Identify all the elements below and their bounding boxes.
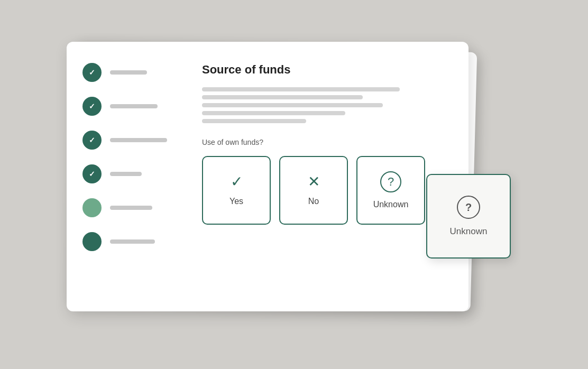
desc-line-5 xyxy=(202,119,306,123)
step-circle-3: ✓ xyxy=(82,131,102,150)
step-circle-4: ✓ xyxy=(82,164,102,183)
step-item-4: ✓ xyxy=(82,164,167,183)
step-check-icon-4: ✓ xyxy=(89,170,95,178)
step-label-3 xyxy=(110,138,167,142)
step-circle-6 xyxy=(82,232,102,251)
step-label-2 xyxy=(110,104,158,108)
step-label-5 xyxy=(110,206,152,210)
sidebar: ✓ ✓ ✓ ✓ xyxy=(67,42,183,311)
scene: ✓ ✓ ✓ ✓ xyxy=(67,36,521,333)
step-circle-1: ✓ xyxy=(82,63,102,82)
step-check-icon-3: ✓ xyxy=(89,136,95,144)
step-check-icon-1: ✓ xyxy=(89,68,95,77)
step-circle-2: ✓ xyxy=(82,97,102,116)
desc-line-4 xyxy=(202,111,345,115)
step-item-1: ✓ xyxy=(82,63,167,82)
content-area: Source of funds Use of own funds? ✓ Yes … xyxy=(183,42,468,311)
step-circle-5 xyxy=(82,198,102,217)
no-icon: ✕ xyxy=(308,174,320,189)
step-label-6 xyxy=(110,239,155,244)
desc-line-3 xyxy=(202,103,383,107)
card-main: ✓ ✓ ✓ ✓ xyxy=(67,42,468,311)
desc-line-1 xyxy=(202,87,400,91)
option-yes-button[interactable]: ✓ Yes xyxy=(202,156,271,225)
options-row: ✓ Yes ✕ No ? Unknown xyxy=(202,156,449,225)
step-item-2: ✓ xyxy=(82,97,167,116)
step-item-3: ✓ xyxy=(82,131,167,150)
question-label: Use of own funds? xyxy=(202,138,449,146)
option-no-button[interactable]: ✕ No xyxy=(279,156,348,225)
no-label: No xyxy=(308,197,319,206)
unknown-floating-card[interactable]: ? Unknown xyxy=(426,174,511,259)
description-lines xyxy=(202,87,449,123)
step-item-5 xyxy=(82,198,167,217)
desc-line-2 xyxy=(202,95,363,99)
step-label-1 xyxy=(110,70,147,75)
yes-icon: ✓ xyxy=(231,174,243,189)
step-item-6 xyxy=(82,232,167,251)
yes-label: Yes xyxy=(229,197,243,206)
step-label-4 xyxy=(110,172,142,176)
unknown-floating-label: Unknown xyxy=(450,226,488,237)
unknown-icon: ? xyxy=(380,171,401,192)
step-check-icon-2: ✓ xyxy=(89,102,95,110)
unknown-label: Unknown xyxy=(373,200,409,209)
option-unknown-button[interactable]: ? Unknown xyxy=(356,156,425,225)
unknown-floating-icon: ? xyxy=(457,196,480,219)
section-title: Source of funds xyxy=(202,63,449,77)
